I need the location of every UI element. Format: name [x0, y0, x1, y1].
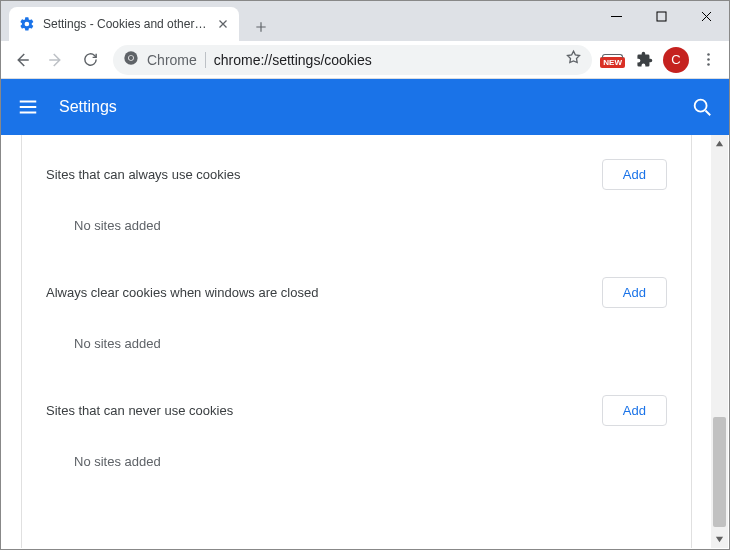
empty-state-text: No sites added — [46, 218, 667, 233]
add-button[interactable]: Add — [602, 159, 667, 190]
svg-point-4 — [707, 53, 710, 56]
left-gutter — [2, 135, 22, 548]
browser-toolbar: Chrome chrome://settings/cookies NEW C — [1, 41, 729, 79]
svg-point-3 — [129, 55, 133, 59]
extensions-puzzle-icon[interactable] — [629, 45, 659, 75]
maximize-button[interactable] — [639, 1, 684, 31]
minimize-button[interactable] — [594, 1, 639, 31]
svg-rect-0 — [657, 12, 666, 21]
back-button[interactable] — [7, 45, 37, 75]
add-button[interactable]: Add — [602, 277, 667, 308]
extension-new-badge[interactable]: NEW — [600, 51, 625, 69]
section-allow-cookies: Sites that can always use cookies Add No… — [46, 159, 667, 233]
kebab-menu-icon[interactable] — [693, 45, 723, 75]
separator — [205, 52, 206, 68]
window-tabstrip: Settings - Cookies and other site — [1, 1, 729, 41]
empty-state-text: No sites added — [46, 336, 667, 351]
bookmark-star-icon[interactable] — [565, 49, 582, 70]
tab-title: Settings - Cookies and other site — [43, 17, 209, 31]
svg-point-5 — [707, 58, 710, 61]
profile-avatar[interactable]: C — [663, 47, 689, 73]
appbar-title: Settings — [59, 98, 117, 116]
empty-state-text: No sites added — [46, 454, 667, 469]
browser-tab[interactable]: Settings - Cookies and other site — [9, 7, 239, 41]
reload-button[interactable] — [75, 45, 105, 75]
section-clear-on-close: Always clear cookies when windows are cl… — [46, 277, 667, 351]
url-text: chrome://settings/cookies — [214, 52, 372, 68]
scroll-up-arrow[interactable] — [711, 135, 728, 152]
hamburger-icon[interactable] — [17, 96, 39, 118]
settings-content: Sites that can always use cookies Add No… — [22, 135, 691, 548]
close-icon[interactable] — [217, 18, 229, 30]
add-button[interactable]: Add — [602, 395, 667, 426]
section-title: Always clear cookies when windows are cl… — [46, 285, 318, 300]
address-bar[interactable]: Chrome chrome://settings/cookies — [113, 45, 592, 75]
right-gutter — [691, 135, 711, 548]
scroll-down-arrow[interactable] — [711, 531, 728, 548]
new-tab-button[interactable] — [247, 13, 275, 41]
search-icon[interactable] — [691, 96, 713, 118]
gear-icon — [19, 16, 35, 32]
window-controls — [594, 1, 729, 31]
section-title: Sites that can always use cookies — [46, 167, 240, 182]
window-close-button[interactable] — [684, 1, 729, 31]
settings-appbar: Settings — [1, 79, 729, 135]
section-title: Sites that can never use cookies — [46, 403, 233, 418]
forward-button[interactable] — [41, 45, 71, 75]
vertical-scrollbar[interactable] — [711, 135, 728, 548]
svg-point-7 — [695, 100, 707, 112]
section-block-cookies: Sites that can never use cookies Add No … — [46, 395, 667, 469]
origin-chip: Chrome — [147, 52, 197, 68]
scrollbar-thumb[interactable] — [713, 417, 726, 527]
chrome-icon — [123, 50, 139, 70]
svg-point-6 — [707, 63, 710, 66]
